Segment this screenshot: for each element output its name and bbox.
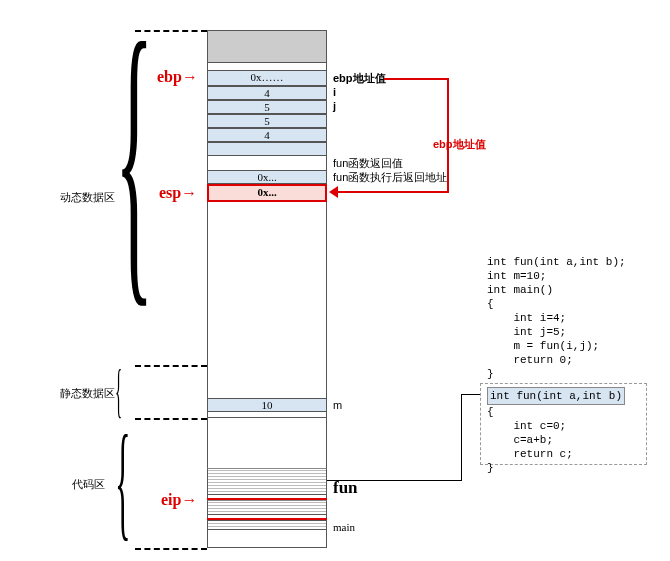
cell-i: 4 bbox=[207, 86, 327, 100]
cell-arg1: 4 bbox=[207, 128, 327, 142]
cell-blank bbox=[207, 142, 327, 156]
cell-m: 10 bbox=[207, 398, 327, 412]
cell-retaddr: 0x... bbox=[207, 184, 327, 202]
conn-h bbox=[327, 480, 462, 481]
red-arrow-v bbox=[447, 78, 449, 193]
dash-mid1 bbox=[135, 365, 207, 367]
code-stripe-3 bbox=[207, 520, 327, 530]
code-stripe-2 bbox=[207, 500, 327, 515]
conn-h2 bbox=[461, 394, 480, 395]
label-ebp-saved: ebp地址值 bbox=[333, 71, 386, 86]
region-dynamic-label: 动态数据区 bbox=[60, 190, 115, 205]
label-i: i bbox=[333, 86, 336, 98]
code-fun-decl: int fun(int a,int b) bbox=[487, 387, 625, 405]
region-static-label: 静态数据区 bbox=[60, 386, 115, 401]
region-code-label: 代码区 bbox=[72, 477, 105, 492]
code-fun-body: { int c=0; c=a+b; return c; } bbox=[487, 406, 573, 474]
red-arrow-h1 bbox=[384, 78, 449, 80]
ptr-ebp: ebp→ bbox=[157, 68, 198, 86]
red-arrow-h2 bbox=[335, 191, 448, 193]
arrow-right-icon: → bbox=[181, 184, 197, 202]
label-ebp-arrow: ebp地址值 bbox=[433, 137, 486, 152]
label-j: j bbox=[333, 100, 336, 112]
red-arrow-head-icon bbox=[329, 186, 338, 198]
conn-v bbox=[461, 394, 462, 481]
ptr-esp: esp→ bbox=[159, 184, 197, 202]
label-m: m bbox=[333, 399, 342, 411]
code-main: int fun(int a,int b); int m=10; int main… bbox=[487, 255, 626, 381]
label-fun-retaddr: fun函数执行后返回地址 bbox=[333, 170, 447, 185]
cell-retval: 0x... bbox=[207, 170, 327, 184]
ptr-eip: eip→ bbox=[161, 491, 197, 509]
dash-bot bbox=[135, 548, 207, 550]
dash-mid2 bbox=[135, 418, 207, 420]
arrow-right-icon: → bbox=[182, 68, 198, 86]
label-main-small: main bbox=[333, 521, 355, 533]
label-fun-ret: fun函数返回值 bbox=[333, 156, 403, 171]
code-fun: int fun(int a,int b) { int c=0; c=a+b; r… bbox=[487, 387, 625, 475]
cell-arg2: 5 bbox=[207, 114, 327, 128]
label-fun-big: fun bbox=[333, 478, 358, 498]
cell-gray bbox=[207, 30, 327, 63]
arrow-right-icon: → bbox=[181, 491, 197, 509]
cell-j: 5 bbox=[207, 100, 327, 114]
code-stripe-1 bbox=[207, 468, 327, 495]
cell-ebp-saved: 0x…… bbox=[207, 70, 327, 86]
